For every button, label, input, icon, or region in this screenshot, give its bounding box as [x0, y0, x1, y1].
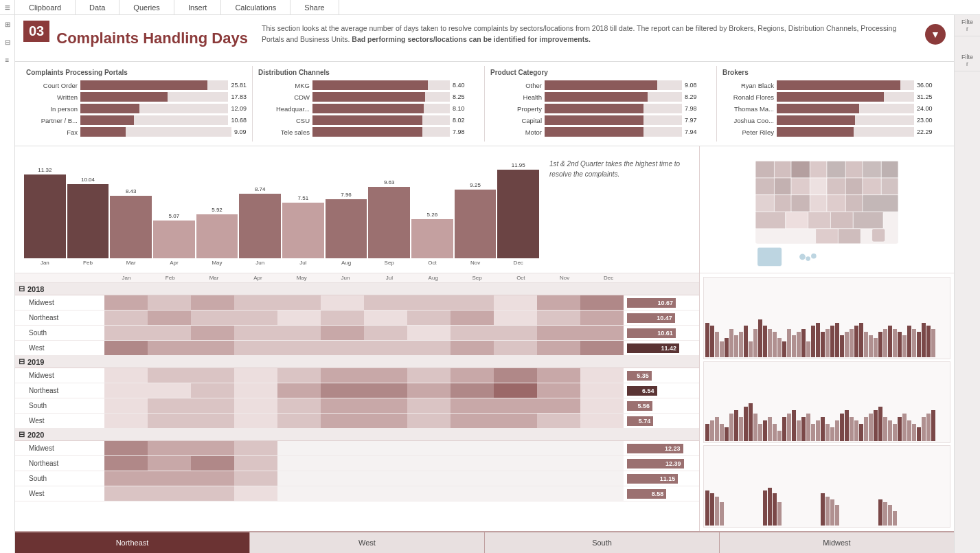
kpi-processing-portals: Complaints Processing Portals Court Orde…: [21, 66, 253, 142]
heatmap-cell: [191, 456, 234, 471]
month-bar-group: 5.92: [196, 207, 238, 258]
menu-calculations[interactable]: Calculations: [221, 0, 290, 14]
svg-rect-24: [755, 212, 786, 229]
heatmap-cell: [494, 471, 537, 486]
svg-rect-15: [863, 178, 881, 195]
mini-bar: [720, 424, 724, 441]
heatmap-header: JanFebMarAprMayJunJulAugSepOctNovDec: [15, 273, 699, 283]
heatmap-cell: [494, 441, 537, 455]
tab-northeast[interactable]: Northeast: [15, 532, 249, 553]
filter-icon-left[interactable]: ≡: [2, 54, 13, 65]
heatmap-cell: [451, 414, 494, 428]
heatmap-cell: [407, 341, 451, 355]
table-icon[interactable]: ⊟: [2, 36, 13, 47]
svg-rect-17: [755, 194, 774, 212]
heatmap-cell: [234, 414, 277, 428]
heatmap-cell: [191, 295, 234, 310]
svg-point-35: [811, 253, 817, 258]
mini-bar: [854, 326, 858, 357]
mini-bar: [773, 332, 777, 357]
heatmap-cell: [277, 486, 321, 501]
heatmap-cell: [104, 471, 148, 486]
svg-rect-2: [774, 161, 791, 178]
heatmap-cell: [104, 398, 148, 413]
mini-charts-area: [700, 273, 954, 531]
menu-data[interactable]: Data: [76, 0, 119, 14]
filter-button[interactable]: ▼: [925, 24, 946, 45]
heatmap-cell: [580, 398, 624, 413]
heatmap-cell: [234, 456, 277, 471]
heatmap-cell: [148, 311, 191, 325]
year-header-2019[interactable]: ⊟2019: [15, 356, 699, 368]
heatmap-cell: [364, 471, 407, 486]
page-number: 03: [23, 21, 49, 42]
mini-bar: [893, 329, 897, 357]
heatmap-cell: [277, 368, 321, 383]
menu-clipboard[interactable]: Clipboard: [15, 0, 76, 14]
heatmap-cell: [277, 398, 321, 413]
mini-bar: [859, 323, 863, 357]
mini-bar: [710, 493, 714, 526]
right-panel: Filter Filter: [954, 15, 980, 553]
svg-rect-3: [791, 161, 810, 178]
tab-south[interactable]: South: [484, 532, 719, 553]
heatmap-cell: [191, 398, 234, 413]
mini-bar: [869, 414, 873, 441]
mini-bar: [845, 332, 849, 357]
mini-bar: [922, 323, 926, 357]
month-bar-group: 10.04: [67, 177, 109, 258]
menu-share[interactable]: Share: [290, 0, 339, 14]
mini-bar: [874, 410, 878, 441]
mini-bar: [715, 497, 719, 526]
mini-bar: [768, 488, 772, 526]
menu-insert[interactable]: Insert: [174, 0, 222, 14]
grid-icon[interactable]: ⊞: [2, 19, 13, 30]
heatmap-cell: [234, 368, 277, 383]
heatmap-cell: [580, 414, 624, 428]
heatmap-cell: [321, 456, 364, 471]
mini-bar: [850, 417, 854, 441]
mini-bar: [773, 424, 777, 441]
right-filter-2[interactable]: Filter: [955, 50, 980, 71]
mini-bar: [801, 417, 806, 441]
right-filter-1[interactable]: Filter: [955, 15, 980, 36]
mini-bar: [825, 497, 830, 526]
month-bar: [497, 170, 539, 258]
heatmap-cell: [537, 368, 580, 383]
heatmap-cell: [537, 441, 580, 455]
year-header-2018[interactable]: ⊟2018: [15, 283, 699, 295]
tab-west[interactable]: West: [249, 532, 484, 553]
heatmap-cell: [407, 486, 451, 501]
heatmap-cell: [148, 398, 191, 413]
year-group-2020: 10.81Midwest12.23Northeast12.39South11.1…: [15, 441, 699, 501]
mini-bar: [902, 414, 907, 441]
mini-bar: [931, 329, 935, 357]
menu-queries[interactable]: Queries: [119, 0, 174, 14]
heatmap-cell: [580, 295, 624, 310]
heatmap-cell: [277, 295, 321, 310]
kpi-brokers-title: Brokers: [722, 69, 943, 76]
mini-bar: [926, 414, 931, 441]
heatmap-cell: [494, 326, 537, 340]
heatmap-cell: [234, 383, 277, 398]
heatmap-cell: [537, 456, 580, 471]
month-bar: [24, 174, 66, 258]
mini-bar: [830, 427, 834, 441]
heatmap-area: ⊟2018Midwest10.67Northeast10.47South10.6…: [15, 283, 699, 531]
mini-bar: [869, 335, 873, 357]
year-header-2020[interactable]: ⊟2020: [15, 429, 699, 441]
heatmap-cell: [104, 311, 148, 325]
heatmap-cell: [364, 456, 407, 471]
month-bar-group: 7.96: [326, 192, 367, 258]
heatmap-cell: [537, 471, 580, 486]
kpi-row: Written 17.83: [26, 92, 247, 102]
tab-midwest[interactable]: Midwest: [719, 532, 954, 553]
mini-bar: [720, 341, 724, 357]
mini-bar: [797, 420, 801, 441]
hamburger-icon[interactable]: ≡: [0, 0, 15, 14]
mini-chart-2018: [703, 277, 950, 359]
svg-rect-1: [755, 161, 774, 178]
heatmap-cell: [407, 311, 451, 325]
heatmap-cell: [364, 441, 407, 455]
heatmap-cell: [407, 456, 451, 471]
